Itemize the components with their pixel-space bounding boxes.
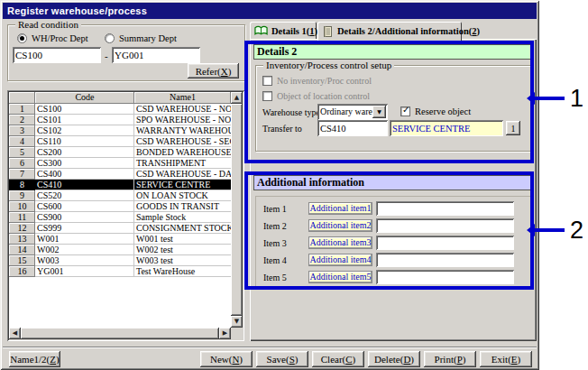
window-title: Register warehouse/process xyxy=(7,5,147,16)
name1-cell: SERVICE CENTRE xyxy=(134,180,231,190)
callout-box-2 xyxy=(244,171,534,290)
to-dept-input[interactable] xyxy=(112,47,200,63)
tab-details-2-additional[interactable]: Details 2/Additional information(2) xyxy=(317,22,462,41)
table-header-row: Code Name1 xyxy=(9,92,231,104)
name1-cell: BONDED WAREHOUSE xyxy=(134,147,231,158)
table-row[interactable]: 13W001W001 test xyxy=(9,234,231,245)
open-book-icon xyxy=(254,25,268,36)
row-number-cell: 9 xyxy=(9,190,35,201)
row-number-cell: 5 xyxy=(9,147,35,158)
code-cell: CS100 xyxy=(35,104,134,115)
code-cell: CS600 xyxy=(35,201,134,212)
from-dept-input[interactable] xyxy=(13,47,101,63)
name12-button[interactable]: Name1/2(Z) xyxy=(9,351,60,367)
new-button[interactable]: New(N) xyxy=(200,351,253,367)
table-row[interactable]: 5CS200BONDED WAREHOUSE xyxy=(9,147,231,158)
radio-summary-dept-label: Summary Dept xyxy=(119,33,177,43)
code-cell: CS110 xyxy=(35,136,134,147)
code-cell: CS102 xyxy=(35,125,134,136)
screenshot-stage: Register warehouse/process Read conditio… xyxy=(0,0,588,370)
footer-separator xyxy=(3,347,537,348)
scroll-right-icon[interactable]: ▶ xyxy=(219,328,231,339)
row-number-cell: 10 xyxy=(9,201,35,212)
table-row[interactable]: 10CS600GOODS IN TRANSIT xyxy=(9,201,231,212)
row-number-cell: 1 xyxy=(9,104,35,115)
clear-button[interactable]: Clear(C) xyxy=(312,351,364,367)
tab-details-1[interactable]: Details 1(1) xyxy=(250,22,317,40)
warehouse-grid: Code Name1 1CS100CSD WAREHOUSE - NORMAL2… xyxy=(9,92,231,328)
radio-wh-proc-dept-label: WH/Proc Dept xyxy=(32,33,88,43)
range-separator: - xyxy=(105,51,108,61)
radio-wh-proc-dept[interactable]: WH/Proc Dept xyxy=(17,33,88,43)
callout-label-1: 1 xyxy=(570,85,583,113)
name1-column-header[interactable]: Name1 xyxy=(134,92,231,104)
print-button[interactable]: Print(P) xyxy=(424,351,476,367)
radio-button-icon[interactable] xyxy=(105,33,115,43)
horizontal-scroll-thumb[interactable] xyxy=(21,328,219,339)
table-row[interactable]: 3CS102WARRANTY WAREHOUSE - xyxy=(9,125,231,136)
table-row[interactable]: 12CS999CONSIGNMENT STOCK TO xyxy=(9,223,231,234)
name1-cell: ON LOAN STOCK xyxy=(134,190,231,201)
table-row[interactable]: 9CS520ON LOAN STOCK xyxy=(9,190,231,201)
callout-box-1 xyxy=(244,41,534,163)
row-number-cell: 16 xyxy=(9,266,35,277)
table-row[interactable]: 1CS100CSD WAREHOUSE - NORMAL xyxy=(9,104,231,115)
name1-cell: CSD WAREHOUSE - NORMAL xyxy=(134,104,231,115)
title-bar[interactable]: Register warehouse/process xyxy=(3,3,537,19)
table-row[interactable]: 14W002W002 test xyxy=(9,245,231,255)
exit-button[interactable]: Exit(E) xyxy=(480,351,532,367)
row-number-cell: 4 xyxy=(9,136,35,147)
read-condition-legend: Read condition xyxy=(15,19,81,31)
table-row[interactable]: 7CS400CSD WAREHOUSE - DAMAGE xyxy=(9,169,231,180)
row-number-cell: 7 xyxy=(9,169,35,180)
callout-arrow-1-icon xyxy=(527,92,535,105)
code-cell: CS200 xyxy=(35,147,134,158)
name1-cell: W001 test xyxy=(134,234,231,245)
callout-arrow-2-icon xyxy=(527,224,535,236)
code-cell: W001 xyxy=(35,234,134,245)
table-row[interactable]: 16YG001Test WareHouse xyxy=(9,266,231,277)
name1-cell: WARRANTY WAREHOUSE - xyxy=(134,125,231,136)
table-row[interactable]: 8CS410SERVICE CENTRE xyxy=(9,180,231,190)
code-cell: CS400 xyxy=(35,169,134,180)
scroll-up-icon[interactable]: ▲ xyxy=(231,92,243,104)
table-row[interactable]: 11CS900Sample Stock xyxy=(9,212,231,223)
delete-button[interactable]: Delete(D) xyxy=(368,351,420,367)
row-number-cell: 15 xyxy=(9,255,35,266)
vertical-scrollbar[interactable]: ▲ ▼ xyxy=(231,92,243,328)
row-number-cell: 8 xyxy=(9,180,35,190)
table-row[interactable]: 15W003W003 test xyxy=(9,255,231,266)
radio-button-icon[interactable] xyxy=(17,33,27,43)
code-cell: CS900 xyxy=(35,212,134,223)
name1-cell: SPO WAREHOUSE - NORMAL xyxy=(134,115,231,125)
table-row[interactable]: 2CS101SPO WAREHOUSE - NORMAL xyxy=(9,115,231,125)
row-number-cell: 13 xyxy=(9,234,35,245)
row-number-header xyxy=(9,92,35,104)
callout-line-1 xyxy=(534,97,565,100)
footer-button-bar: New(N)Save(S)Clear(C)Delete(D)Print(P)Ex… xyxy=(200,351,532,367)
warehouse-table: Code Name1 1CS100CSD WAREHOUSE - NORMAL2… xyxy=(7,90,244,341)
name1-cell: Test WareHouse xyxy=(134,266,231,277)
tab-details-1-label: Details 1(1) xyxy=(271,26,317,36)
table-row[interactable]: 4CS110CSD WAREHOUSE - SECOND xyxy=(9,136,231,147)
name1-cell: W003 test xyxy=(134,255,231,266)
name1-cell: W002 test xyxy=(134,245,231,255)
name1-cell: CONSIGNMENT STOCK TO xyxy=(134,223,231,234)
save-button[interactable]: Save(S) xyxy=(256,351,308,367)
horizontal-scrollbar[interactable]: ◀ ▶ xyxy=(9,328,231,339)
vertical-scroll-thumb[interactable] xyxy=(231,104,243,316)
radio-summary-dept[interactable]: Summary Dept xyxy=(105,33,177,43)
code-cell: W003 xyxy=(35,255,134,266)
code-cell: CS101 xyxy=(35,115,134,125)
code-column-header[interactable]: Code xyxy=(35,92,134,104)
refer-button[interactable]: Refer(X) xyxy=(188,63,239,79)
row-number-cell: 14 xyxy=(9,245,35,255)
table-row[interactable]: 6CS300TRANSHIPMENT xyxy=(9,158,231,169)
row-number-cell: 12 xyxy=(9,223,35,234)
row-number-cell: 3 xyxy=(9,125,35,136)
code-cell: CS520 xyxy=(35,190,134,201)
code-cell: CS300 xyxy=(35,158,134,169)
scroll-left-icon[interactable]: ◀ xyxy=(9,328,21,339)
code-cell: CS410 xyxy=(35,180,134,190)
scroll-down-icon[interactable]: ▼ xyxy=(231,316,243,328)
